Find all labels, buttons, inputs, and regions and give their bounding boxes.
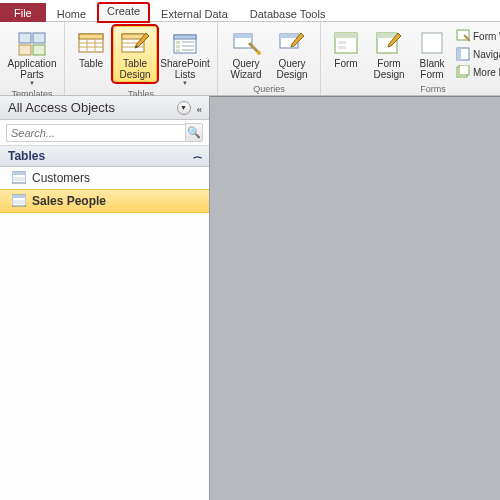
- form-wizard-button[interactable]: Form Wizard: [453, 28, 500, 44]
- query-wizard-button[interactable]: QueryWizard: [224, 26, 268, 82]
- svg-rect-23: [234, 34, 252, 38]
- query-wizard-icon: [231, 29, 261, 57]
- group-templates: ApplicationParts ▼ Templates: [0, 22, 65, 95]
- nav-item-label: Sales People: [32, 194, 106, 208]
- blank-form-icon: [417, 29, 447, 57]
- more-forms-icon: [456, 65, 470, 79]
- svg-point-24: [257, 51, 261, 55]
- group-queries-label: Queries: [253, 84, 285, 94]
- search-container: 🔍: [0, 120, 209, 146]
- blank-form-label: BlankForm: [419, 58, 444, 80]
- form-label: Form: [334, 58, 357, 69]
- more-forms-label: More Forms: [473, 67, 500, 78]
- nav-title: All Access Objects: [8, 100, 115, 115]
- svg-rect-26: [280, 34, 298, 38]
- svg-rect-5: [79, 34, 103, 39]
- ribbon: ApplicationParts ▼ Templates Table Table…: [0, 22, 500, 96]
- category-tables-header[interactable]: Tables ︽: [0, 146, 209, 167]
- group-queries: QueryWizard QueryDesign Queries: [218, 22, 321, 95]
- sharepoint-lists-label: SharePointLists: [160, 58, 209, 80]
- table-label: Table: [79, 58, 103, 69]
- svg-rect-51: [12, 195, 26, 198]
- svg-rect-0: [19, 33, 31, 43]
- svg-rect-11: [122, 34, 144, 39]
- form-design-icon: [374, 29, 404, 57]
- table-item-icon: [12, 194, 26, 208]
- form-wizard-icon: [456, 29, 470, 43]
- search-button[interactable]: 🔍: [185, 123, 203, 142]
- table-design-button[interactable]: TableDesign: [113, 26, 157, 82]
- form-design-button[interactable]: FormDesign: [367, 26, 411, 82]
- navigation-button[interactable]: Navigation▼: [453, 46, 500, 62]
- svg-rect-16: [176, 41, 180, 44]
- navigation-pane: All Access Objects ▼ « 🔍 Tables ︽ Custom…: [0, 96, 210, 500]
- svg-rect-1: [33, 33, 45, 43]
- navigation-label: Navigation: [473, 49, 500, 60]
- application-parts-label: ApplicationParts: [8, 58, 57, 80]
- svg-rect-30: [338, 46, 346, 49]
- more-forms-button[interactable]: More Forms▼: [453, 64, 500, 80]
- dropdown-arrow-icon: ▼: [29, 80, 35, 86]
- query-design-icon: [277, 29, 307, 57]
- svg-rect-2: [19, 45, 31, 55]
- svg-rect-15: [174, 35, 196, 39]
- tab-home[interactable]: Home: [46, 4, 97, 22]
- ribbon-tabs: File Home Create External Data Database …: [0, 0, 500, 22]
- tab-file[interactable]: File: [0, 3, 46, 22]
- svg-rect-18: [176, 49, 180, 52]
- query-design-button[interactable]: QueryDesign: [270, 26, 314, 82]
- svg-rect-36: [457, 48, 461, 60]
- nav-item-customers[interactable]: Customers: [0, 167, 209, 189]
- table-design-icon: [120, 29, 150, 57]
- svg-rect-38: [459, 65, 469, 75]
- main-area: All Access Objects ▼ « 🔍 Tables ︽ Custom…: [0, 96, 500, 500]
- nav-menu-button[interactable]: ▼: [177, 101, 191, 115]
- table-button[interactable]: Table: [71, 26, 111, 71]
- tab-external-data[interactable]: External Data: [150, 4, 239, 22]
- form-design-label: FormDesign: [373, 58, 404, 80]
- query-wizard-label: QueryWizard: [230, 58, 261, 80]
- svg-rect-33: [422, 33, 442, 53]
- table-item-icon: [12, 171, 26, 185]
- dropdown-arrow-icon: ▼: [182, 80, 188, 86]
- form-wizard-label: Form Wizard: [473, 31, 500, 42]
- svg-rect-29: [338, 41, 346, 44]
- svg-rect-47: [12, 172, 26, 175]
- nav-collapse-button[interactable]: «: [195, 102, 205, 114]
- search-input[interactable]: [6, 124, 185, 142]
- table-icon: [76, 29, 106, 57]
- document-stage: [210, 96, 500, 500]
- blank-form-button[interactable]: BlankForm: [413, 26, 451, 82]
- category-label: Tables: [8, 149, 45, 163]
- search-icon: 🔍: [187, 126, 201, 139]
- group-forms-label: Forms: [420, 84, 446, 94]
- group-forms: Form FormDesign BlankForm Form Wizard Na…: [321, 22, 500, 95]
- tab-database-tools[interactable]: Database Tools: [239, 4, 337, 22]
- svg-rect-3: [33, 45, 45, 55]
- chevron-up-icon: ︽: [193, 152, 203, 160]
- tab-create[interactable]: Create: [97, 2, 150, 23]
- svg-rect-28: [335, 33, 357, 38]
- nav-header[interactable]: All Access Objects ▼ «: [0, 96, 209, 120]
- sharepoint-icon: [170, 29, 200, 57]
- form-button[interactable]: Form: [327, 26, 365, 71]
- svg-rect-17: [176, 45, 180, 48]
- query-design-label: QueryDesign: [276, 58, 307, 80]
- application-parts-icon: [17, 29, 47, 57]
- application-parts-button[interactable]: ApplicationParts ▼: [6, 26, 58, 88]
- form-icon: [331, 29, 361, 57]
- navigation-icon: [456, 47, 470, 61]
- table-design-label: TableDesign: [119, 58, 150, 80]
- nav-item-label: Customers: [32, 171, 90, 185]
- sharepoint-lists-button[interactable]: SharePointLists ▼: [159, 26, 211, 88]
- nav-item-sales-people[interactable]: Sales People: [0, 189, 209, 213]
- group-tables: Table TableDesign SharePointLists ▼ Tabl…: [65, 22, 218, 95]
